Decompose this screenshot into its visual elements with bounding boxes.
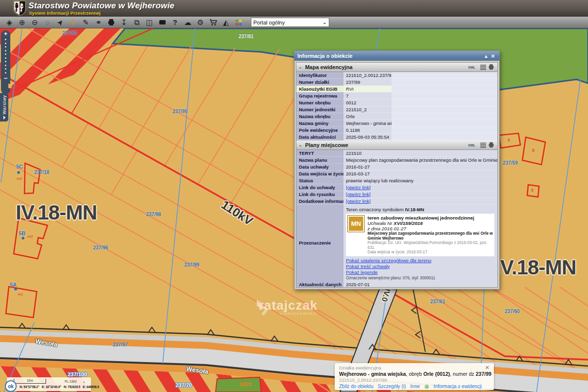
table-row: Link do rysunku[otwórz link] xyxy=(296,191,497,198)
collapse-icon[interactable]: - xyxy=(299,142,301,148)
list-view-icon[interactable] xyxy=(480,143,486,148)
parcel-label: 237/59 xyxy=(503,160,518,166)
parcel-label: 237/97 xyxy=(113,342,128,347)
powerline-label: 110kV xyxy=(219,197,255,228)
zoom-in-button[interactable]: + xyxy=(4,30,8,37)
collapse-icon[interactable]: - xyxy=(299,64,301,70)
basemap-grid-icon[interactable] xyxy=(232,18,245,27)
zoom-in-icon[interactable]: ⊕ xyxy=(16,18,28,27)
app-title: Starostwo Powiatowe w Wejherowie xyxy=(28,1,174,11)
list-view-icon[interactable] xyxy=(480,65,486,70)
zoom-out-button[interactable]: − xyxy=(4,75,8,82)
show-legend-link[interactable]: Pokaż legendę xyxy=(346,270,495,275)
parcel-label: 237/61 xyxy=(430,299,445,304)
table-row: Aktualność danych 2025-07-01 xyxy=(296,281,497,288)
show-zone-details-link[interactable]: Pokaż ustalenia szczegółowe dla terenu xyxy=(346,258,495,264)
registry-info-link[interactable]: Informacja z ewidencji xyxy=(434,384,482,389)
copy-view-icon[interactable]: ⧉ xyxy=(130,18,143,27)
zone-card-title: teren zabudowy mieszkaniowej jednorodzin… xyxy=(368,215,474,220)
show-resolution-link[interactable]: Pokaż treść uchwały xyxy=(346,264,495,270)
split-view-icon[interactable]: ◫ xyxy=(143,18,156,27)
area-unit-label: m2 xyxy=(27,234,33,239)
cart-icon[interactable] xyxy=(207,18,220,27)
chevron-down-icon[interactable]: ⌄ xyxy=(82,379,86,384)
ok-badge[interactable]: ok xyxy=(5,380,17,392)
table-row: Identyfikator221510_2.0012.237/99 xyxy=(296,72,497,79)
details-link[interactable]: Szczegóły (i) xyxy=(378,384,406,389)
publication-info: Publikacja: Dz. Urz. Województwa Pomorsk… xyxy=(368,241,493,250)
popup-titlebar[interactable]: Informacja o obiekcie ▴ ✕ xyxy=(294,51,499,61)
ewidencja-table: Identyfikator221510_2.0012.237/99 Numer … xyxy=(296,72,497,141)
portal-select[interactable]: Portal ogólny ⌄ xyxy=(251,18,329,27)
close-icon[interactable]: ✕ xyxy=(490,53,496,59)
xml-export-icon[interactable]: XML xyxy=(468,66,475,69)
print-section-icon[interactable] xyxy=(488,142,494,148)
popup-body: - Mapa ewidencyjna XML Identyfikator2215… xyxy=(296,62,498,288)
table-row: Nazwa gminyWejherowo - gmina wiejska xyxy=(296,120,497,127)
table-row: Data aktualności2025-09-03 05:35:54 xyxy=(296,134,497,141)
parcel-label-highlight: 237/70 xyxy=(175,382,192,388)
coat-of-arms xyxy=(13,0,26,16)
street-label: Wesoła xyxy=(35,338,58,348)
additional-info-link[interactable]: [otwórz link] xyxy=(346,198,370,204)
zoom-level-marker[interactable] xyxy=(8,84,12,88)
table-row: Statusprawnie wiążący lub realizowany xyxy=(296,177,497,184)
help-icon[interactable]: ? xyxy=(169,18,181,27)
table-row: Link do uchwały[otwórz link] xyxy=(296,184,497,191)
zoom-to-object-link[interactable]: Zbliż do obiektu xyxy=(339,384,373,389)
building-number-label: 1269 xyxy=(239,381,251,387)
table-row: Data wejścia w życie2016-03-17 xyxy=(296,171,497,177)
table-row: Dodatkowe informacje[otwórz link] xyxy=(296,198,497,205)
zoom-levels[interactable] xyxy=(5,39,6,74)
internal-plan-note: Oznaczenie wewnętrzne planu: 076, styl: … xyxy=(346,276,495,280)
feedback-icon[interactable] xyxy=(156,18,169,27)
zone-label: IV.18-MN xyxy=(495,256,576,279)
crs-selector[interactable]: PL-1992 xyxy=(65,380,77,383)
app-header: Starostwo Powiatowe w Wejherowie System … xyxy=(0,0,588,17)
resolution-number: XVI/159/2016 xyxy=(393,220,422,226)
building-label: g xyxy=(532,147,534,152)
parcel-panel-header: Działka ewidencyjna xyxy=(339,365,381,370)
print-icon[interactable] xyxy=(105,18,118,27)
print-section-icon[interactable] xyxy=(488,64,494,70)
link-icon[interactable]: ⚭ xyxy=(92,18,105,27)
measure-icon[interactable]: ✎ xyxy=(79,18,92,27)
building-label: g xyxy=(508,137,510,142)
xml-export-icon[interactable]: XML xyxy=(468,144,475,147)
zone-symbol-line: Teren oznaczony symbolem IV.18-MN xyxy=(346,206,495,213)
minimize-icon[interactable]: ▴ xyxy=(483,53,490,59)
download-icon[interactable]: ↧ xyxy=(118,18,130,27)
settings-icon[interactable]: ⚙ xyxy=(194,18,207,27)
plus-circle-icon[interactable]: ⊕ xyxy=(424,384,429,389)
table-row: Grupa rejestrowa7 xyxy=(296,93,497,99)
layers-order-icon[interactable]: ◭ xyxy=(220,18,232,27)
parcel-label: 237/99 xyxy=(184,262,199,268)
select-area-icon[interactable]: ◌ xyxy=(41,18,54,27)
pointer-icon[interactable]: ➤ xyxy=(52,14,68,30)
info-icon[interactable]: i xyxy=(67,18,79,27)
zoom-out-icon[interactable]: ⊖ xyxy=(28,18,41,27)
object-info-popup: Informacja o obiekcie ▴ ✕ - Mapa ewidenc… xyxy=(294,50,500,290)
zone-label: IV.18-MN xyxy=(16,201,97,224)
layers-icon[interactable]: ◈ xyxy=(3,18,16,27)
resolution-date: z dnia 2016-01-27 xyxy=(368,226,406,231)
table-row: Nazwa planuMiejscowy plan zagospodarowan… xyxy=(296,157,497,164)
other-link[interactable]: Inne xyxy=(410,384,419,389)
road-zone-label: IV.0 xyxy=(380,288,392,303)
close-icon[interactable]: ✕ xyxy=(485,365,490,370)
open-resolution-link[interactable]: [otwórz link] xyxy=(346,185,370,190)
effective-date: Data wejścia w życie: 2016-03-17 xyxy=(368,250,493,255)
building-label: g xyxy=(531,187,533,192)
app-subtitle: System Informacji Przestrzennej xyxy=(29,10,100,16)
section-title: Plany miejscowe xyxy=(305,142,348,148)
scale-bar: 10m xyxy=(14,379,46,384)
coordinates-readout: N: 54°37'58.2"E: 18°10'40.9"N: 752429.5E… xyxy=(20,385,90,389)
open-drawing-link[interactable]: [otwórz link] xyxy=(346,192,370,197)
main-toolbar: ◈ ⊕ ⊖ ◌ ➤ i ✎ ⚭ ↧ ⧉ ◫ ? ☁ ⚙ ◭ Portal ogó… xyxy=(0,17,588,28)
cloud-download-icon[interactable]: ☁ xyxy=(181,18,194,27)
chevron-down-icon: ⌄ xyxy=(322,19,327,25)
layers-panel-tab[interactable]: Warstwy xyxy=(0,93,8,122)
table-row-highlighted: Klasoużytki EGiBRVI xyxy=(296,86,497,93)
section-mapa-ewidencyjna: - Mapa ewidencyjna XML xyxy=(296,63,497,72)
parcel-label: 237/96 xyxy=(93,245,108,250)
